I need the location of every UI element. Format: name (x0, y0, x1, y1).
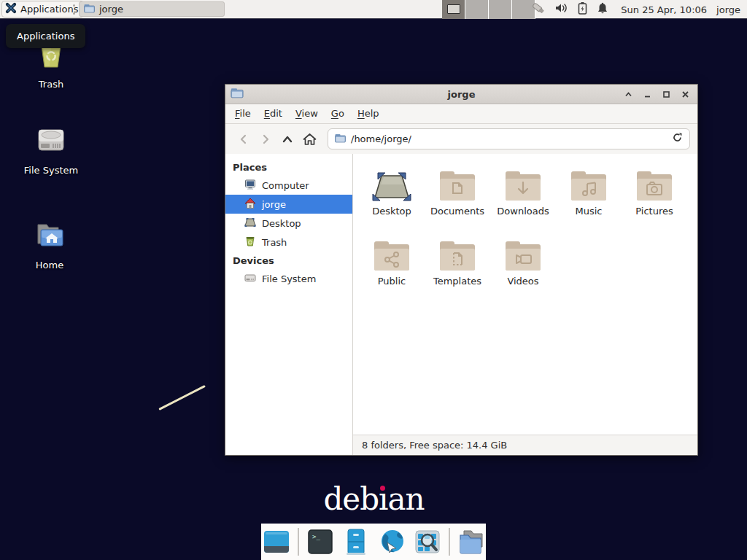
status-bar: 8 folders, Free space: 14.4 GiB (353, 435, 697, 455)
file-manager-window: jorge File Edit View Go Help (225, 84, 698, 456)
sidebar-item-computer[interactable]: Computer (225, 176, 352, 195)
desktop-icon-label: File System (15, 165, 88, 176)
input-device-icon[interactable] (531, 1, 546, 18)
dock-separator (449, 528, 450, 556)
volume-icon[interactable] (555, 2, 568, 17)
folder-item-pictures[interactable]: Pictures (622, 164, 687, 233)
templates-folder-icon (425, 234, 490, 273)
web-browser-launcher[interactable] (377, 527, 406, 556)
sidebar-item-desktop[interactable]: Desktop (225, 214, 352, 233)
trash-small-icon (244, 236, 256, 249)
desktop-icon-label: Home (13, 260, 86, 271)
applications-menu-label: Applications (20, 4, 78, 15)
sidebar-item-label: File System (262, 273, 316, 284)
desktop-icon-label: Trash (15, 79, 88, 90)
drive-small-icon (244, 272, 256, 286)
reload-icon[interactable] (672, 132, 683, 146)
taskbar-folder-icon (84, 4, 95, 15)
workspace-2[interactable] (465, 0, 489, 19)
workspace-3[interactable] (489, 0, 512, 19)
folder-label: Documents (425, 206, 490, 217)
top-panel: Applications jorge (0, 0, 747, 19)
sidebar-item-home-jorge[interactable]: jorge (225, 195, 352, 214)
pictures-folder-icon (622, 164, 687, 203)
location-bar[interactable]: /home/jorge/ (328, 128, 690, 149)
back-button[interactable] (234, 129, 253, 149)
logo-text-suffix: an (387, 481, 424, 517)
applications-menu-button[interactable]: Applications (1, 1, 84, 18)
close-button[interactable] (678, 88, 692, 101)
notifications-bell-icon[interactable] (597, 2, 608, 18)
folder-item-music[interactable]: Music (556, 164, 622, 233)
folder-item-templates[interactable]: Templates (425, 234, 490, 303)
sidebar-item-file-system[interactable]: File System (225, 269, 352, 288)
folder-label: Templates (425, 276, 490, 287)
show-desktop-icon (263, 528, 290, 556)
directory-menu-launcher[interactable] (457, 527, 486, 556)
hard-drive-icon (34, 122, 69, 158)
folder-view[interactable]: Desktop Documents (353, 154, 697, 435)
show-desktop-button[interactable] (262, 527, 291, 556)
svg-text:>_: >_ (312, 533, 320, 540)
folder-label: Desktop (359, 206, 425, 217)
home-folder-icon (32, 217, 67, 252)
taskbar-window-button[interactable]: jorge (79, 1, 225, 17)
maximize-button[interactable] (659, 88, 673, 101)
file-manager-launcher[interactable] (341, 527, 371, 556)
home-button[interactable] (300, 129, 319, 149)
folder-label: Videos (490, 276, 556, 287)
clock[interactable]: Sun 25 Apr, 10:06 (621, 4, 707, 15)
documents-folder-icon (425, 164, 490, 203)
sidebar-devices-header: Devices (225, 252, 352, 269)
application-finder-launcher[interactable] (413, 527, 442, 556)
sidebar-item-label: jorge (262, 199, 286, 210)
system-tray: Sun 25 Apr, 10:06 jorge (531, 0, 747, 19)
menu-edit[interactable]: Edit (258, 104, 289, 123)
folder-item-documents[interactable]: Documents (425, 164, 490, 233)
home-icon (244, 198, 256, 211)
menu-view[interactable]: View (289, 104, 325, 123)
folder-item-downloads[interactable]: Downloads (490, 164, 556, 233)
toolbar: /home/jorge/ (225, 124, 697, 154)
shade-button[interactable] (622, 88, 635, 101)
desktop-icon-home[interactable]: Home (13, 217, 86, 271)
downloads-folder-icon (490, 164, 556, 203)
menu-go[interactable]: Go (325, 104, 351, 123)
terminal-icon: >_ (306, 528, 334, 556)
main-column: Desktop Documents (353, 154, 697, 455)
workspace-1[interactable] (442, 0, 465, 19)
sidebar-item-label: Trash (262, 237, 287, 248)
workspace-switcher[interactable] (442, 0, 535, 19)
sidebar-places-header: Places (225, 158, 352, 176)
forward-button[interactable] (256, 129, 275, 149)
folder-label: Public (359, 276, 425, 287)
folder-label: Music (556, 206, 622, 217)
window-controls (622, 88, 697, 101)
folder-item-public[interactable]: Public (359, 234, 425, 303)
location-path[interactable]: /home/jorge/ (351, 133, 667, 144)
window-titlebar[interactable]: jorge (225, 85, 697, 104)
computer-icon (244, 179, 256, 192)
minimize-button[interactable] (640, 88, 654, 101)
desktop-icon-file-system[interactable]: File System (15, 122, 88, 176)
folder-item-desktop[interactable]: Desktop (359, 164, 425, 233)
folder-item-videos[interactable]: Videos (490, 234, 556, 303)
up-button[interactable] (278, 129, 297, 149)
sidebar-item-label: Computer (262, 180, 309, 191)
terminal-launcher[interactable]: >_ (306, 527, 335, 556)
panel-separator-handle (73, 4, 76, 15)
pathbar-folder-icon (335, 132, 346, 146)
battery-charging-icon[interactable] (578, 1, 587, 18)
sidebar-item-trash[interactable]: Trash (225, 233, 352, 252)
file-cabinet-icon (342, 528, 370, 556)
music-folder-icon (556, 164, 622, 203)
username-indicator[interactable]: jorge (716, 4, 740, 15)
debian-wordmark: debıan (306, 481, 441, 517)
folder-label: Downloads (490, 206, 556, 217)
menu-help[interactable]: Help (351, 104, 386, 123)
desktop-icon (244, 217, 256, 230)
menu-file[interactable]: File (228, 104, 258, 123)
applications-tooltip: Applications (6, 24, 85, 48)
desktop-special-icon (359, 164, 425, 203)
workspace-window-thumbnail (447, 4, 460, 14)
